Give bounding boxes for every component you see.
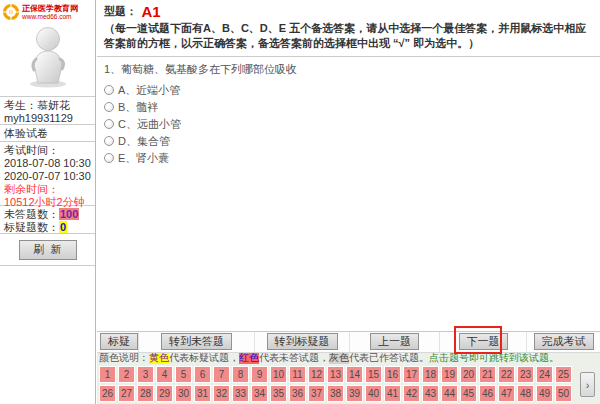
exam-end-time: 2020-07-07 10:30 — [4, 170, 91, 183]
candidate-name: 考生：慕妍花 — [4, 99, 91, 112]
refresh-section: 刷新 — [0, 234, 95, 266]
question-number-cell[interactable]: 39 — [346, 385, 363, 402]
unanswered-count-label: 未答题数： — [4, 208, 59, 220]
question-number-cell[interactable]: 6 — [194, 366, 211, 383]
candidate-info: 考生：慕妍花 myh19931129 — [0, 97, 95, 125]
unanswered-count-value: 100 — [59, 208, 79, 220]
option-row-c[interactable]: C、远曲小管 — [104, 118, 593, 130]
logo: 正保医学教育网 www.med66.com — [2, 1, 93, 23]
grid-next-page-button[interactable]: › — [580, 372, 595, 397]
question-number-cell[interactable]: 18 — [422, 366, 439, 383]
marked-count-value: 0 — [59, 221, 67, 233]
question-number-cell[interactable]: 24 — [536, 366, 553, 383]
finish-exam-button[interactable]: 完成考试 — [534, 333, 594, 350]
remaining-time-label: 剩余时间： — [4, 183, 91, 196]
question-number-cell[interactable]: 9 — [251, 366, 268, 383]
legend-yellow-desc: 代表标疑试题， — [169, 352, 239, 364]
question-number-cell[interactable]: 8 — [232, 366, 249, 383]
question-number-cell[interactable]: 7 — [213, 366, 230, 383]
option-row-d[interactable]: D、集合管 — [104, 135, 593, 147]
question-number-cell[interactable]: 43 — [422, 385, 439, 402]
question-number-cell[interactable]: 50 — [555, 385, 572, 402]
exam-time-label: 考试时间： — [4, 144, 91, 157]
question-number-cell[interactable]: 14 — [346, 366, 363, 383]
previous-question-button[interactable]: 上一题 — [370, 333, 419, 350]
question-number-cell[interactable]: 17 — [403, 366, 420, 383]
question-number-cell[interactable]: 15 — [365, 366, 382, 383]
question-number-cell[interactable]: 38 — [327, 385, 344, 402]
question-number-cell[interactable]: 46 — [479, 385, 496, 402]
question-type-header: 型题： A1 — [97, 0, 600, 20]
question-number-cell[interactable]: 28 — [137, 385, 154, 402]
question-number-cell[interactable]: 1 — [99, 366, 116, 383]
radio-option-b[interactable] — [104, 102, 114, 112]
question-type-label: 型题： — [104, 5, 137, 17]
question-number-cell[interactable]: 36 — [289, 385, 306, 402]
question-number-cell[interactable]: 29 — [156, 385, 173, 402]
question-number-cell[interactable]: 45 — [460, 385, 477, 402]
avatar — [22, 25, 74, 89]
question-number-cell[interactable]: 23 — [517, 366, 534, 383]
question-number-cell[interactable]: 48 — [517, 385, 534, 402]
exam-instructions: （每一道试题下面有A、B、C、D、E 五个备选答案，请从中选择一个最佳答案，并用… — [97, 20, 600, 57]
radio-option-c[interactable] — [104, 119, 114, 129]
question-number-cell[interactable]: 22 — [498, 366, 515, 383]
next-question-button[interactable]: 下一题 — [459, 333, 508, 350]
sidebar: 正保医学教育网 www.med66.com 考生：慕妍花 myh19931129 — [0, 0, 96, 404]
goto-unanswered-button[interactable]: 转到未答题 — [161, 333, 232, 350]
question-number-cell[interactable]: 27 — [118, 385, 135, 402]
question-number-cell[interactable]: 32 — [213, 385, 230, 402]
question-number-row: 2627282930313233343536373839404142434445… — [99, 385, 600, 404]
question-number-cell[interactable]: 4 — [156, 366, 173, 383]
question-number-cell[interactable]: 42 — [403, 385, 420, 402]
question-number-cell[interactable]: 26 — [99, 385, 116, 402]
question-number-cell[interactable]: 20 — [460, 366, 477, 383]
brand-url: www.med66.com — [22, 13, 78, 21]
question-number-cell[interactable]: 47 — [498, 385, 515, 402]
question-number-cell[interactable]: 12 — [308, 366, 325, 383]
option-row-a[interactable]: A、近端小管 — [104, 84, 593, 96]
option-label-b: B、髓袢 — [118, 100, 158, 115]
question-number-cell[interactable]: 49 — [536, 385, 553, 402]
question-number-cell[interactable]: 33 — [232, 385, 249, 402]
question-number-cell[interactable]: 44 — [441, 385, 458, 402]
question-number-cell[interactable]: 16 — [384, 366, 401, 383]
question-number-cell[interactable]: 34 — [251, 385, 268, 402]
radio-option-d[interactable] — [104, 136, 114, 146]
candidate-id: myh19931129 — [4, 112, 91, 125]
mark-question-button[interactable]: 标疑 — [100, 333, 138, 350]
question-number-row: 1234567891011121314151617181920212223242… — [99, 366, 600, 385]
option-label-d: D、集合管 — [118, 134, 170, 149]
radio-option-e[interactable] — [104, 153, 114, 163]
exam-time-info: 考试时间： 2018-07-08 10:30 2020-07-07 10:30 … — [0, 142, 95, 206]
question-number-cell[interactable]: 10 — [270, 366, 287, 383]
question-number-cell[interactable]: 41 — [384, 385, 401, 402]
option-row-e[interactable]: E、肾小囊 — [104, 152, 593, 164]
question-number-cell[interactable]: 5 — [175, 366, 192, 383]
exam-start-time: 2018-07-08 10:30 — [4, 157, 91, 170]
question-number-cell[interactable]: 25 — [555, 366, 572, 383]
question-number-cell[interactable]: 19 — [441, 366, 458, 383]
option-label-c: C、远曲小管 — [118, 117, 181, 132]
question-number-cell[interactable]: 11 — [289, 366, 306, 383]
question-number-cell[interactable]: 2 — [118, 366, 135, 383]
question-number-cell[interactable]: 37 — [308, 385, 325, 402]
question-number-cell[interactable]: 21 — [479, 366, 496, 383]
question-number-cell[interactable]: 3 — [137, 366, 154, 383]
question-number-cell[interactable]: 13 — [327, 366, 344, 383]
legend-yellow-word: 黄色 — [149, 352, 169, 364]
question-number-cell[interactable]: 30 — [175, 385, 192, 402]
question-number-cell[interactable]: 35 — [270, 385, 287, 402]
question-number-cell[interactable]: 40 — [365, 385, 382, 402]
toolbar: 标疑 转到未答题 转到标疑题 上一题 下一题 完成考试 — [97, 331, 600, 352]
goto-marked-button[interactable]: 转到标疑题 — [267, 333, 338, 350]
paper-name: 体验试卷 — [0, 125, 95, 142]
bottom-panel: 标疑 转到未答题 转到标疑题 上一题 下一题 完成考试 颜色说明：黄色代表标疑试… — [97, 331, 600, 404]
legend-gray-desc: 代表已作答试题。 — [349, 352, 429, 364]
option-label-e: E、肾小囊 — [118, 151, 169, 166]
refresh-button[interactable]: 刷新 — [19, 240, 77, 260]
radio-option-a[interactable] — [104, 85, 114, 95]
option-row-b[interactable]: B、髓袢 — [104, 101, 593, 113]
question-number-cell[interactable]: 31 — [194, 385, 211, 402]
legend-prefix: 颜色说明： — [99, 352, 149, 364]
